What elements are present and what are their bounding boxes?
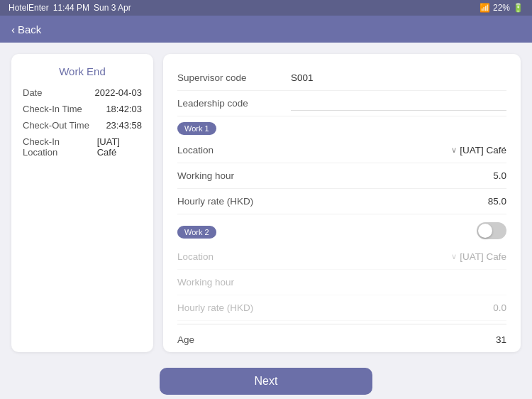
battery-level: 22% (493, 3, 510, 13)
back-button[interactable]: ‹ Back (11, 23, 41, 35)
wifi-icon: 📶 (480, 3, 490, 13)
checkin-location-label: Check-In Location (23, 136, 97, 158)
work1-location-label: Location (177, 145, 291, 155)
status-left: HotelEnter 11:44 PM Sun 3 Apr (9, 3, 131, 13)
leadership-code-row: Leadership code (177, 91, 506, 116)
work2-hourly-rate-label: Hourly rate (HKD) (177, 302, 291, 313)
status-date: Sun 3 Apr (94, 3, 131, 13)
work2-hourly-rate-row: Hourly rate (HKD) 0.0 (177, 295, 506, 321)
checkin-location-row: Check-In Location [UAT] Café (23, 136, 142, 158)
checkin-time-label: Check-In Time (23, 104, 82, 114)
checkout-time-value: 23:43:58 (106, 120, 142, 131)
work1-badge: Work 1 (177, 122, 216, 135)
work1-working-hour-value: 5.0 (291, 170, 506, 181)
checkin-time-row: Check-In Time 18:42:03 (23, 104, 142, 114)
work2-working-hour-label: Working hour (177, 277, 291, 288)
work2-location-label: Location (177, 251, 291, 262)
supervisor-code-row: Supervisor code S001 (177, 65, 506, 91)
leadership-code-input[interactable] (291, 97, 506, 111)
work1-working-hour-row: Working hour 5.0 (177, 163, 506, 189)
work2-toggle-knob (478, 224, 492, 238)
work2-toggle-container (216, 222, 506, 239)
status-right: 📶 22% 🔋 (480, 3, 523, 13)
checkin-location-value: [UAT] Café (97, 136, 142, 158)
work2-location-value: ∨ [UAT] Cafe (291, 251, 506, 262)
date-row: Date 2022-04-03 (23, 87, 142, 98)
work1-badge-container: Work 1 (177, 116, 506, 138)
supervisor-code-value: S001 (291, 72, 506, 83)
next-button[interactable]: Next (160, 368, 372, 395)
back-label: Back (18, 23, 41, 35)
status-time: 11:44 PM (53, 3, 89, 13)
date-value: 2022-04-03 (95, 87, 143, 98)
work1-working-hour-label: Working hour (177, 170, 291, 181)
work2-badge: Work 2 (177, 226, 216, 239)
checkout-time-row: Check-Out Time 23:43:58 (23, 120, 142, 131)
work2-badge-row: Work 2 (177, 214, 506, 244)
supervisor-code-label: Supervisor code (177, 72, 291, 83)
nav-bar: ‹ Back (0, 16, 532, 43)
app-name: HotelEnter (9, 3, 49, 13)
bottom-bar: Next (0, 364, 532, 399)
work1-location-text: [UAT] Café (460, 145, 506, 155)
left-card-title: Work End (23, 65, 142, 77)
work1-hourly-rate-row: Hourly rate (HKD) 85.0 (177, 189, 506, 214)
status-bar: HotelEnter 11:44 PM Sun 3 Apr 📶 22% 🔋 (0, 0, 532, 16)
work1-hourly-rate-value: 85.0 (291, 196, 506, 207)
work1-hourly-rate-label: Hourly rate (HKD) (177, 196, 291, 207)
left-card: Work End Date 2022-04-03 Check-In Time 1… (11, 54, 153, 352)
chevron-down-icon-2: ∨ (451, 252, 457, 261)
back-chevron-icon: ‹ (11, 23, 15, 35)
work2-hourly-rate-value: 0.0 (291, 302, 506, 313)
date-label: Date (23, 87, 42, 98)
main-content: Work End Date 2022-04-03 Check-In Time 1… (0, 43, 532, 364)
age-row: Age 31 (177, 327, 506, 352)
age-label: Age (177, 334, 291, 345)
work2-location-row: Location ∨ [UAT] Cafe (177, 244, 506, 270)
work2-location-text: [UAT] Cafe (460, 251, 506, 262)
chevron-down-icon: ∨ (451, 146, 457, 155)
work1-location-row: Location ∨ [UAT] Café (177, 138, 506, 163)
battery-icon: 🔋 (513, 3, 523, 13)
checkin-time-value: 18:42:03 (106, 104, 142, 114)
work1-location-value[interactable]: ∨ [UAT] Café (291, 145, 506, 155)
leadership-code-label: Leadership code (177, 98, 291, 109)
work2-toggle[interactable] (477, 222, 506, 239)
checkout-time-label: Check-Out Time (23, 120, 89, 131)
right-card: Supervisor code S001 Leadership code Wor… (163, 54, 521, 352)
age-value: 31 (291, 334, 506, 345)
work2-working-hour-row: Working hour (177, 270, 506, 295)
